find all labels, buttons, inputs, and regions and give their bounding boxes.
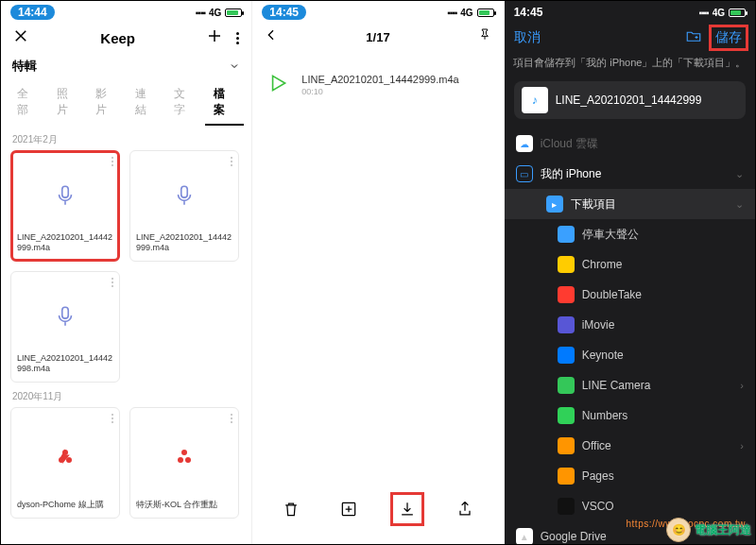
file-card[interactable]: LINE_A20210201_14442999.m4a (10, 150, 120, 262)
audio-player[interactable]: LINE_A20210201_14442999.m4a 00:10 (252, 52, 503, 118)
collection-label: 特輯 (12, 58, 37, 75)
add-to-button[interactable] (335, 495, 363, 523)
add-icon[interactable] (206, 27, 223, 48)
folder-item[interactable]: Keynote (505, 340, 755, 370)
folder-item[interactable]: Numbers (505, 400, 755, 431)
file-card[interactable]: dyson-PChome 線上購 (10, 407, 120, 519)
folder-item[interactable]: Pages (505, 461, 755, 491)
folder-item[interactable]: DoubleTake (505, 280, 755, 310)
cancel-button[interactable]: 取消 (514, 29, 541, 46)
tab-text[interactable]: 文字 (165, 80, 205, 126)
tab-all[interactable]: 全部 (9, 80, 48, 126)
chevron-down-icon: ⌄ (735, 168, 744, 180)
card-more-icon[interactable] (231, 157, 232, 166)
detail-header: 1/17 (252, 22, 503, 52)
folder-item[interactable]: 停車大聲公 (505, 219, 755, 249)
signal-icon: ▪▪▪▪ (447, 8, 456, 18)
keep-detail-panel: 14:45 ▪▪▪▪ 4G 1/17 LINE_A20210201_144429… (252, 1, 504, 544)
gdrive-icon: ▲ (516, 528, 533, 544)
folder-label: Pages (582, 469, 614, 483)
tab-videos[interactable]: 影片 (87, 80, 127, 126)
chevron-down-icon: ⌄ (735, 198, 744, 211)
location-downloads[interactable]: ▸ 下載項目 ⌄ (505, 189, 755, 219)
svg-point-7 (178, 457, 183, 463)
battery-icon (225, 9, 242, 17)
file-name: LINE_A20210201_14442999.m4a (17, 232, 113, 254)
folder-item[interactable]: LINE Camera› (505, 370, 755, 400)
pdf-icon (17, 416, 113, 500)
microphone-icon (17, 280, 113, 353)
status-bar: 14:44 ▪▪▪▪ 4G (1, 1, 251, 22)
share-button[interactable] (451, 495, 479, 523)
pin-icon[interactable] (477, 27, 492, 46)
folder-label: 停車大聲公 (582, 227, 639, 243)
tab-links[interactable]: 連結 (127, 80, 166, 126)
folder-item[interactable]: VSCO (505, 491, 755, 521)
location-iphone[interactable]: ▭ 我的 iPhone ⌄ (505, 159, 755, 189)
network-label: 4G (713, 8, 725, 18)
status-bar: 14:45 ▪▪▪▪ 4G (505, 1, 755, 22)
files-save-panel: 14:45 ▪▪▪▪ 4G 取消 儲存 項目會儲存到「我的 iPhone」上的「… (505, 1, 755, 544)
location-list: ☁ iCloud 雲碟 ▭ 我的 iPhone ⌄ ▸ 下載項目 ⌄ 停車大聲公… (505, 128, 755, 544)
collection-selector[interactable]: 特輯 (1, 54, 251, 80)
chevron-down-icon (229, 60, 240, 72)
app-folder-icon (558, 226, 575, 243)
audio-file-icon: ♪ (522, 87, 548, 113)
card-more-icon[interactable] (231, 414, 232, 423)
status-time[interactable]: 14:45 (262, 5, 306, 20)
status-time[interactable]: 14:44 (10, 5, 55, 20)
card-more-icon[interactable] (112, 157, 113, 166)
location-icloud: ☁ iCloud 雲碟 (505, 128, 755, 159)
status-time: 14:45 (514, 6, 543, 19)
signal-icon: ▪▪▪▪ (698, 8, 708, 18)
save-header: 取消 儲存 (505, 22, 755, 54)
app-folder-icon (558, 256, 575, 273)
folder-label: LINE Camera (582, 379, 651, 392)
folder-icon: ▸ (546, 196, 563, 213)
network-label: 4G (209, 8, 221, 18)
svg-point-5 (66, 457, 72, 463)
save-button[interactable]: 儲存 (712, 27, 746, 48)
download-button[interactable] (393, 495, 421, 523)
file-name: LINE_A20210201_14442998.m4a (17, 353, 113, 375)
save-filename: LINE_A20210201_14442999 (556, 94, 702, 107)
close-icon[interactable] (12, 27, 29, 48)
file-name: dyson-PChome 線上購 (17, 500, 113, 510)
cloud-icon: ☁ (516, 135, 533, 152)
app-folder-icon (558, 437, 575, 454)
location-gdrive[interactable]: ▲Google Drive (505, 521, 755, 544)
new-folder-icon[interactable] (685, 27, 702, 48)
page-title: Keep (100, 30, 135, 46)
more-icon[interactable] (236, 32, 240, 44)
folder-item[interactable]: Chrome (505, 249, 755, 280)
card-more-icon[interactable] (112, 414, 113, 423)
play-icon[interactable] (266, 71, 290, 99)
folder-label: Office (582, 439, 611, 452)
tab-files[interactable]: 檔案 (205, 80, 245, 126)
app-folder-icon (558, 498, 575, 515)
back-icon[interactable] (264, 27, 279, 46)
save-description: 項目會儲存到「我的 iPhone」上的「下載項目」。 (505, 54, 755, 77)
tab-photos[interactable]: 照片 (48, 80, 88, 126)
location-label: Google Drive (541, 530, 607, 543)
file-name: LINE_A20210201_14442999.m4a (136, 232, 232, 254)
svg-rect-1 (181, 186, 188, 197)
file-card[interactable]: LINE_A20210201_14442998.m4a (10, 271, 120, 383)
folder-item[interactable]: iMovie (505, 310, 755, 340)
app-folder-icon (558, 316, 575, 333)
svg-point-8 (185, 457, 191, 463)
file-preview-card: ♪ LINE_A20210201_14442999 (514, 81, 746, 119)
microphone-icon (136, 159, 232, 232)
audio-duration: 00:10 (301, 87, 458, 96)
app-folder-icon (558, 407, 575, 424)
chevron-right-icon: › (740, 440, 744, 451)
app-folder-icon (558, 347, 575, 364)
delete-button[interactable] (277, 495, 305, 523)
file-card[interactable]: 特沃斯-KOL 合作重點 (129, 407, 239, 519)
folder-item[interactable]: Office› (505, 431, 755, 461)
category-tabs: 全部 照片 影片 連結 文字 檔案 (1, 80, 251, 126)
chevron-right-icon: › (740, 380, 744, 391)
file-card[interactable]: LINE_A20210201_14442999.m4a (129, 150, 239, 262)
location-label: iCloud 雲碟 (541, 136, 598, 152)
card-more-icon[interactable] (112, 278, 113, 287)
